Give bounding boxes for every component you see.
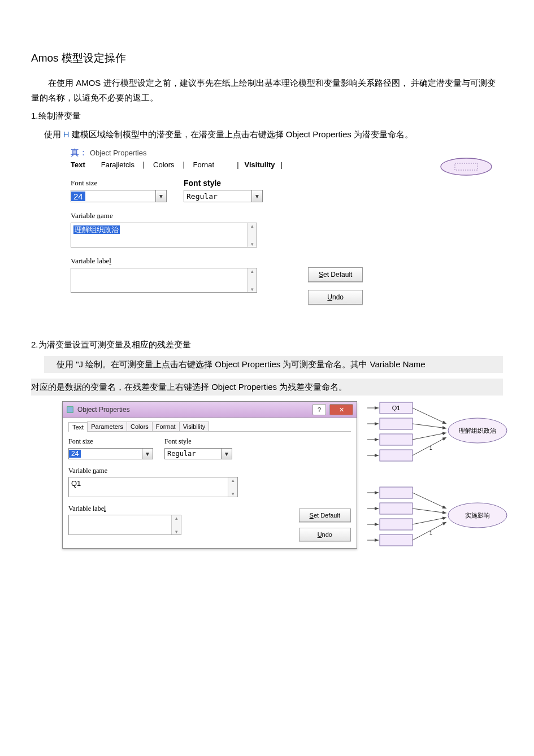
section-2-heading: 2.为潜变量设置可测变量及相应的残差变量: [31, 340, 503, 350]
chevron-down-icon[interactable]: ▼: [221, 449, 232, 459]
section-1-heading: 1.绘制潜变量: [31, 111, 503, 121]
tab-parameters[interactable]: Parameters: [87, 422, 127, 431]
chevron-down-icon[interactable]: ▼: [251, 190, 262, 202]
svg-rect-24: [380, 535, 413, 546]
svg-text:1: 1: [429, 445, 432, 451]
variable-label-value: [71, 268, 257, 292]
tab-colors[interactable]: Colors: [153, 160, 175, 171]
close-button[interactable]: ✕: [329, 404, 353, 415]
svg-line-11: [413, 408, 446, 424]
sec2-text-b: 绘制。在可测变量上点击右键选择 Object Properties 为可测变量命…: [83, 359, 426, 369]
sec1-h-letter: H: [63, 129, 70, 139]
font-size-value: 24: [71, 192, 85, 201]
svg-line-25: [413, 493, 446, 509]
svg-text:1: 1: [429, 530, 432, 536]
tab-parameters[interactable]: Farajietcis: [101, 160, 134, 171]
font-size-combo[interactable]: 24 ▼: [68, 448, 153, 459]
variable-label-value: [69, 515, 181, 535]
svg-line-13: [413, 433, 446, 440]
section-1-body: 使用 H 建模区域绘制模型中的潜变量，在潜变量上点击右键选择 Object Pr…: [44, 127, 503, 142]
font-size-value: 24: [69, 450, 81, 458]
font-style-label: Font style: [164, 437, 232, 446]
svg-point-0: [441, 158, 492, 175]
svg-rect-9: [380, 434, 413, 445]
tab-visibility[interactable]: Visitulity: [245, 160, 275, 171]
object-properties-dialog: Object Properties ? ✕ Text Parameters Co…: [62, 401, 357, 549]
svg-line-27: [413, 518, 446, 524]
scrollbar[interactable]: ▴▾: [171, 515, 181, 535]
tab-format[interactable]: Format: [152, 422, 180, 431]
scrollbar[interactable]: ▴▾: [228, 477, 237, 497]
observed-var-q1: Q1: [392, 405, 401, 411]
dlg2-tabs: Text Parameters Colors Format Visibility: [68, 422, 351, 432]
tab-sep1: 丨: [140, 160, 147, 171]
svg-rect-23: [380, 519, 413, 530]
page-title: Amos 模型设定操作: [31, 51, 503, 66]
font-style-value: Regular: [184, 192, 251, 201]
font-style-combo[interactable]: Regular ▼: [184, 190, 263, 202]
font-size-combo[interactable]: 24 ▼: [71, 190, 167, 202]
variable-name-value: Q1: [69, 477, 237, 497]
variable-label-label: Variable label: [71, 257, 111, 265]
variable-label-label: Variable label: [68, 505, 106, 512]
sec2-j-letter: J: [79, 359, 84, 369]
sec2-text-a: 使用 ": [57, 359, 79, 369]
scrollbar[interactable]: ▴▾: [247, 223, 257, 247]
svg-rect-2: [67, 407, 73, 413]
help-button[interactable]: ?: [312, 404, 326, 415]
svg-rect-21: [380, 487, 413, 498]
dialog-title: Object Properties: [77, 406, 309, 414]
font-size-label: Font size: [68, 437, 153, 446]
svg-rect-8: [380, 418, 413, 429]
tab-format[interactable]: Fornat: [193, 160, 215, 171]
chevron-down-icon[interactable]: ▼: [155, 190, 166, 202]
variable-name-value: 理解组织政治: [73, 225, 120, 234]
variable-label-input[interactable]: ▴▾: [71, 268, 257, 293]
undo-button[interactable]: Undo: [299, 528, 351, 541]
latent-var-1: 理解组织政治: [459, 427, 496, 434]
latent-var-2: 实施影响: [465, 512, 490, 519]
tab-text[interactable]: Text: [68, 422, 88, 432]
tab-visibility[interactable]: Visibility: [179, 422, 210, 431]
set-default-button[interactable]: Set Default: [308, 267, 363, 282]
chevron-down-icon[interactable]: ▼: [142, 449, 153, 459]
variable-name-label: Variable name: [71, 211, 113, 220]
svg-rect-22: [380, 503, 413, 514]
tab-colors[interactable]: Colors: [127, 422, 153, 431]
dialog-icon: [66, 406, 74, 414]
svg-rect-10: [380, 450, 413, 461]
svg-line-12: [413, 424, 446, 428]
tab-sep3: |: [237, 160, 238, 171]
font-size-label: Font size: [71, 179, 167, 188]
variable-name-input[interactable]: 理解组织政治 ▴▾: [71, 223, 257, 247]
intro-paragraph: 在使用 AMOS 进行模型设定之前，建议事先在纸上绘制出基本理论模型和变量影响关…: [31, 76, 503, 105]
tab-sep2: 丨: [180, 160, 188, 171]
variable-name-input[interactable]: Q1 ▴▾: [68, 477, 238, 497]
path-diagram: Q1 1 理解组织政治: [367, 401, 514, 561]
undo-button[interactable]: Undo: [308, 290, 363, 305]
sec1-text-a: 使用: [44, 129, 63, 139]
dlg1-prefix: 真：: [71, 147, 88, 158]
section-2-body: 使用 "J 绘制。在可测变量上点击右键选择 Object Properties …: [44, 356, 503, 373]
variable-name-label: Variable name: [68, 467, 107, 475]
variable-label-input[interactable]: ▴▾: [68, 515, 181, 535]
latent-variable-shape: [438, 155, 494, 178]
svg-line-26: [413, 509, 446, 513]
section-2-line2: 对应的是数据的变量名，在残差变量上右键选择 Object Properties …: [31, 379, 503, 396]
font-style-combo[interactable]: Regular ▼: [164, 448, 232, 459]
tab-text[interactable]: Text: [71, 160, 85, 171]
dlg1-title: Object Properties: [90, 149, 146, 157]
font-style-value: Regular: [165, 450, 221, 458]
scrollbar[interactable]: ▴▾: [247, 268, 257, 292]
set-default-button[interactable]: Set Default: [299, 509, 351, 522]
font-style-label: Font style: [184, 179, 263, 188]
sec1-text-b: 建模区域绘制模型中的潜变量，在潜变量上点击右键选择 Object Propert…: [70, 129, 413, 139]
tab-sep4: |: [281, 160, 283, 171]
